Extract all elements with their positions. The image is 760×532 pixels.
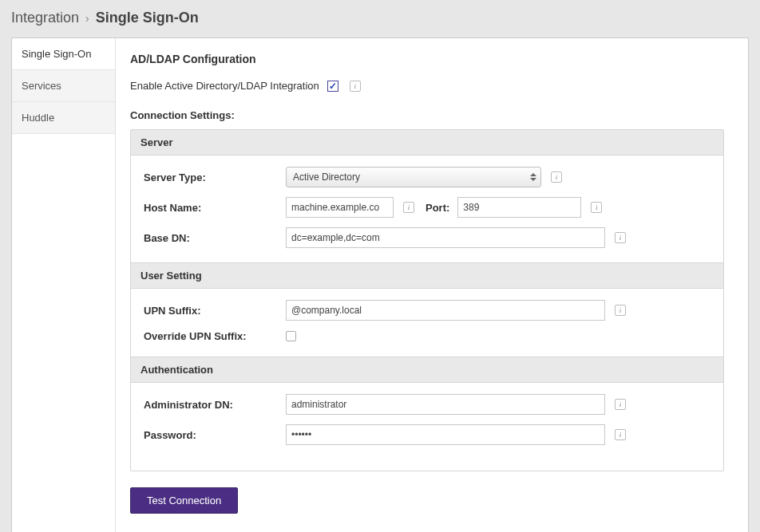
content-panel: Single Sign-On Services Huddle AD/LDAP C…: [11, 37, 749, 532]
host-name-input[interactable]: [286, 197, 394, 218]
server-type-select[interactable]: Active Directory: [286, 167, 541, 187]
sidebar-item-label: Services: [22, 80, 61, 92]
enable-integration-checkbox[interactable]: [327, 81, 338, 92]
port-input[interactable]: [457, 197, 581, 218]
user-setting-group-body: UPN Suffix: i Override UPN Suffix:: [131, 289, 723, 357]
sidebar-item-label: Single Sign-On: [22, 48, 91, 60]
auth-group-header: Authentication: [131, 357, 723, 383]
breadcrumb: Integration › Single Sign-On: [0, 0, 760, 37]
base-dn-label: Base DN:: [144, 232, 279, 244]
main-content: AD/LDAP Configuration Enable Active Dire…: [116, 38, 748, 532]
sidebar-item-label: Huddle: [22, 112, 54, 124]
info-icon[interactable]: i: [615, 305, 626, 316]
password-label: Password:: [144, 429, 279, 441]
auth-group-body: Administrator DN: i Password: i: [131, 383, 723, 471]
password-row: Password: i: [144, 424, 711, 445]
info-icon[interactable]: i: [615, 232, 626, 243]
server-type-row: Server Type: Active Directory i: [144, 167, 711, 187]
upn-suffix-label: UPN Suffix:: [144, 305, 279, 317]
info-icon[interactable]: i: [350, 81, 361, 92]
info-icon[interactable]: i: [551, 171, 562, 183]
admin-dn-input[interactable]: [286, 394, 605, 415]
info-icon[interactable]: i: [403, 202, 414, 213]
sidebar-item-single-sign-on[interactable]: Single Sign-On: [12, 38, 115, 70]
info-icon[interactable]: i: [615, 429, 626, 440]
override-upn-row: Override UPN Suffix:: [144, 330, 711, 342]
sidebar-item-huddle[interactable]: Huddle: [12, 102, 115, 134]
port-label: Port:: [426, 202, 449, 214]
sidebar: Single Sign-On Services Huddle: [12, 38, 116, 532]
base-dn-input[interactable]: [286, 227, 605, 248]
admin-dn-row: Administrator DN: i: [144, 394, 711, 415]
override-upn-label: Override UPN Suffix:: [144, 330, 279, 342]
host-name-row: Host Name: i Port: i: [144, 197, 711, 218]
enable-integration-label: Enable Active Directory/LDAP Integration: [130, 80, 319, 92]
server-type-select-wrap: Active Directory: [286, 167, 541, 187]
enable-integration-row: Enable Active Directory/LDAP Integration…: [130, 80, 724, 92]
password-input[interactable]: [286, 424, 605, 445]
config-box: Server Server Type: Active Directory i H…: [130, 129, 724, 471]
server-group-body: Server Type: Active Directory i Host Nam…: [131, 156, 723, 262]
base-dn-row: Base DN: i: [144, 227, 711, 248]
breadcrumb-root[interactable]: Integration: [11, 10, 79, 26]
sidebar-item-services[interactable]: Services: [12, 70, 115, 102]
info-icon[interactable]: i: [615, 399, 626, 410]
admin-dn-label: Administrator DN:: [144, 399, 279, 411]
upn-suffix-input[interactable]: [286, 300, 605, 321]
info-icon[interactable]: i: [591, 202, 602, 213]
user-setting-group-header: User Setting: [131, 262, 723, 289]
breadcrumb-separator-icon: ›: [85, 12, 89, 25]
override-upn-checkbox[interactable]: [286, 331, 296, 341]
connection-settings-title: Connection Settings:: [130, 109, 724, 121]
upn-suffix-row: UPN Suffix: i: [144, 300, 711, 321]
server-group-header: Server: [131, 130, 723, 156]
host-name-label: Host Name:: [144, 202, 279, 214]
server-type-label: Server Type:: [144, 171, 279, 183]
breadcrumb-current: Single Sign-On: [96, 10, 199, 26]
page-title: AD/LDAP Configuration: [130, 53, 724, 65]
test-connection-button[interactable]: Test Connection: [130, 487, 238, 514]
